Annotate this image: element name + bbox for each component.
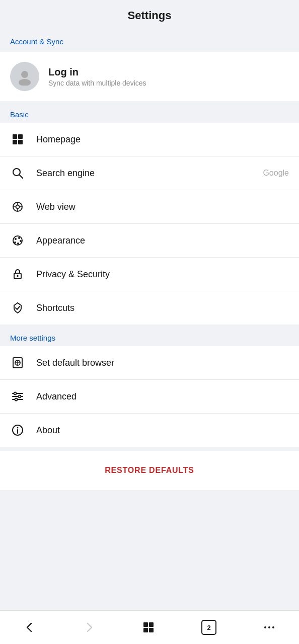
privacy-security-label: Privacy & Security xyxy=(36,269,278,280)
more-button[interactable] xyxy=(255,618,284,637)
settings-item-shortcuts[interactable]: Shortcuts xyxy=(0,291,299,325)
login-subtitle: Sync data with multiple devices xyxy=(48,79,146,87)
svg-point-29 xyxy=(14,392,17,395)
appearance-label: Appearance xyxy=(36,235,278,246)
shortcuts-icon xyxy=(10,300,25,315)
homepage-icon xyxy=(10,132,25,147)
restore-section: RESTORE DEFAULTS xyxy=(0,451,299,490)
svg-rect-3 xyxy=(18,134,23,139)
search-icon xyxy=(10,166,25,181)
svg-line-7 xyxy=(20,175,23,179)
webview-icon xyxy=(10,199,25,214)
svg-point-41 xyxy=(272,626,274,628)
more-settings-group: Set default browser Advanced Abou xyxy=(0,346,299,447)
svg-point-30 xyxy=(19,395,21,398)
more-settings-label: More settings xyxy=(0,325,299,346)
svg-point-0 xyxy=(21,71,28,78)
settings-item-search-engine[interactable]: Search engine Google xyxy=(0,156,299,190)
account-card[interactable]: Log in Sync data with multiple devices xyxy=(0,52,299,101)
svg-point-34 xyxy=(17,427,19,429)
svg-rect-37 xyxy=(143,628,148,632)
svg-rect-35 xyxy=(143,622,148,627)
svg-rect-2 xyxy=(13,134,17,139)
privacy-icon xyxy=(10,267,25,282)
bottom-nav: 2 xyxy=(0,610,299,644)
restore-defaults-button[interactable]: RESTORE DEFAULTS xyxy=(105,466,194,475)
svg-rect-36 xyxy=(149,622,154,627)
tabs-button[interactable]: 2 xyxy=(193,617,225,638)
svg-rect-5 xyxy=(18,140,23,144)
svg-point-31 xyxy=(15,398,18,401)
shortcuts-label: Shortcuts xyxy=(36,303,278,313)
settings-item-about[interactable]: About xyxy=(0,414,299,447)
svg-point-9 xyxy=(16,205,20,209)
default-browser-icon xyxy=(10,355,25,370)
basic-settings-group: Homepage Search engine Google Web view xyxy=(0,123,299,325)
avatar xyxy=(10,62,39,91)
webview-label: Web view xyxy=(36,202,278,212)
default-browser-label: Set default browser xyxy=(36,358,278,368)
svg-point-18 xyxy=(17,243,19,245)
account-sync-label: Account & Sync xyxy=(0,29,299,50)
settings-item-privacy-security[interactable]: Privacy & Security xyxy=(0,258,299,291)
settings-header: Settings xyxy=(0,0,299,29)
basic-section-label: Basic xyxy=(0,101,299,123)
page-title: Settings xyxy=(128,9,172,22)
svg-point-17 xyxy=(20,240,22,242)
home-button[interactable] xyxy=(134,618,163,637)
account-info: Log in Sync data with multiple devices xyxy=(48,66,146,87)
svg-point-40 xyxy=(268,626,270,628)
settings-item-default-browser[interactable]: Set default browser xyxy=(0,346,299,380)
svg-point-21 xyxy=(17,275,19,277)
forward-button[interactable] xyxy=(74,618,104,637)
back-button[interactable] xyxy=(15,618,44,637)
advanced-icon xyxy=(10,389,25,404)
advanced-label: Advanced xyxy=(36,391,278,402)
svg-rect-4 xyxy=(13,140,17,144)
svg-point-39 xyxy=(264,626,266,628)
search-engine-label: Search engine xyxy=(36,168,252,179)
svg-point-15 xyxy=(15,238,17,240)
settings-item-homepage[interactable]: Homepage xyxy=(0,123,299,156)
appearance-icon xyxy=(10,233,25,248)
settings-item-webview[interactable]: Web view xyxy=(0,190,299,224)
tabs-count: 2 xyxy=(201,620,216,635)
svg-rect-38 xyxy=(149,628,154,632)
settings-item-advanced[interactable]: Advanced xyxy=(0,380,299,414)
login-title: Log in xyxy=(48,66,146,78)
about-label: About xyxy=(36,425,278,436)
svg-point-16 xyxy=(18,237,20,239)
homepage-label: Homepage xyxy=(36,134,278,145)
search-engine-value: Google xyxy=(263,169,289,178)
svg-point-19 xyxy=(14,242,16,244)
about-icon xyxy=(10,423,25,438)
settings-item-appearance[interactable]: Appearance xyxy=(0,224,299,258)
svg-point-1 xyxy=(19,79,31,86)
